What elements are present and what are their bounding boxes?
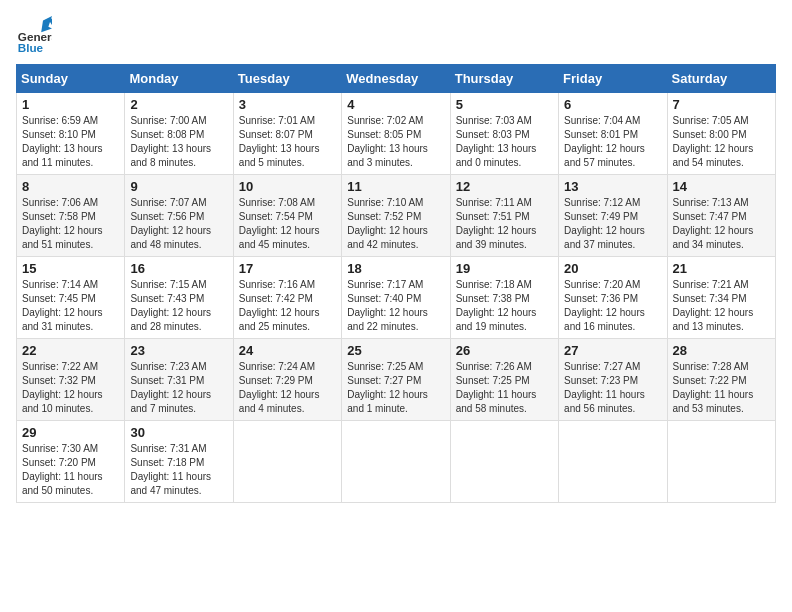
sunset-label: Sunset: bbox=[239, 211, 276, 222]
sunrise-value: 7:27 AM bbox=[604, 361, 641, 372]
empty-cell bbox=[342, 421, 450, 503]
daylight-label: Daylight: bbox=[347, 389, 389, 400]
daylight-label: Daylight: bbox=[456, 225, 498, 236]
day-info: Sunrise: 7:11 AM Sunset: 7:51 PM Dayligh… bbox=[456, 196, 553, 252]
day-info: Sunrise: 7:24 AM Sunset: 7:29 PM Dayligh… bbox=[239, 360, 336, 416]
col-header-friday: Friday bbox=[559, 65, 667, 93]
day-info: Sunrise: 7:28 AM Sunset: 7:22 PM Dayligh… bbox=[673, 360, 770, 416]
day-number: 30 bbox=[130, 425, 227, 440]
sunrise-value: 7:25 AM bbox=[387, 361, 424, 372]
sunset-label: Sunset: bbox=[564, 129, 601, 140]
col-header-sunday: Sunday bbox=[17, 65, 125, 93]
sunset-value: 7:18 PM bbox=[167, 457, 204, 468]
daylight-label: Daylight: bbox=[564, 307, 606, 318]
sunset-label: Sunset: bbox=[456, 293, 493, 304]
calendar-day-cell: 14 Sunrise: 7:13 AM Sunset: 7:47 PM Dayl… bbox=[667, 175, 775, 257]
sunset-value: 7:38 PM bbox=[492, 293, 529, 304]
sunrise-label: Sunrise: bbox=[564, 197, 603, 208]
daylight-label: Daylight: bbox=[22, 307, 64, 318]
calendar-day-cell: 17 Sunrise: 7:16 AM Sunset: 7:42 PM Dayl… bbox=[233, 257, 341, 339]
sunset-label: Sunset: bbox=[347, 211, 384, 222]
sunset-label: Sunset: bbox=[130, 375, 167, 386]
day-number: 29 bbox=[22, 425, 119, 440]
sunrise-label: Sunrise: bbox=[22, 361, 61, 372]
sunrise-label: Sunrise: bbox=[239, 115, 278, 126]
sunrise-label: Sunrise: bbox=[22, 197, 61, 208]
calendar-day-cell: 22 Sunrise: 7:22 AM Sunset: 7:32 PM Dayl… bbox=[17, 339, 125, 421]
sunset-value: 7:47 PM bbox=[709, 211, 746, 222]
day-info: Sunrise: 7:31 AM Sunset: 7:18 PM Dayligh… bbox=[130, 442, 227, 498]
daylight-label: Daylight: bbox=[239, 389, 281, 400]
day-info: Sunrise: 7:25 AM Sunset: 7:27 PM Dayligh… bbox=[347, 360, 444, 416]
sunrise-label: Sunrise: bbox=[456, 279, 495, 290]
daylight-label: Daylight: bbox=[22, 471, 64, 482]
sunrise-label: Sunrise: bbox=[564, 361, 603, 372]
sunrise-value: 7:07 AM bbox=[170, 197, 207, 208]
col-header-tuesday: Tuesday bbox=[233, 65, 341, 93]
sunrise-value: 7:04 AM bbox=[604, 115, 641, 126]
sunrise-value: 7:22 AM bbox=[61, 361, 98, 372]
daylight-label: Daylight: bbox=[239, 143, 281, 154]
sunrise-value: 7:24 AM bbox=[278, 361, 315, 372]
day-number: 12 bbox=[456, 179, 553, 194]
svg-text:Blue: Blue bbox=[18, 41, 44, 52]
sunrise-label: Sunrise: bbox=[456, 197, 495, 208]
sunrise-label: Sunrise: bbox=[130, 279, 169, 290]
daylight-label: Daylight: bbox=[347, 143, 389, 154]
sunset-label: Sunset: bbox=[673, 129, 710, 140]
sunset-value: 7:32 PM bbox=[59, 375, 96, 386]
calendar-day-cell: 3 Sunrise: 7:01 AM Sunset: 8:07 PM Dayli… bbox=[233, 93, 341, 175]
sunset-value: 7:27 PM bbox=[384, 375, 421, 386]
day-number: 15 bbox=[22, 261, 119, 276]
empty-cell bbox=[559, 421, 667, 503]
day-info: Sunrise: 7:12 AM Sunset: 7:49 PM Dayligh… bbox=[564, 196, 661, 252]
sunrise-label: Sunrise: bbox=[673, 197, 712, 208]
daylight-label: Daylight: bbox=[673, 143, 715, 154]
daylight-label: Daylight: bbox=[22, 389, 64, 400]
day-info: Sunrise: 7:00 AM Sunset: 8:08 PM Dayligh… bbox=[130, 114, 227, 170]
day-number: 26 bbox=[456, 343, 553, 358]
calendar-week-row: 8 Sunrise: 7:06 AM Sunset: 7:58 PM Dayli… bbox=[17, 175, 776, 257]
calendar-week-row: 15 Sunrise: 7:14 AM Sunset: 7:45 PM Dayl… bbox=[17, 257, 776, 339]
day-number: 13 bbox=[564, 179, 661, 194]
sunrise-label: Sunrise: bbox=[347, 279, 386, 290]
sunset-value: 7:43 PM bbox=[167, 293, 204, 304]
sunrise-label: Sunrise: bbox=[130, 197, 169, 208]
calendar-day-cell: 9 Sunrise: 7:07 AM Sunset: 7:56 PM Dayli… bbox=[125, 175, 233, 257]
daylight-label: Daylight: bbox=[130, 307, 172, 318]
sunset-label: Sunset: bbox=[673, 211, 710, 222]
sunset-value: 7:56 PM bbox=[167, 211, 204, 222]
daylight-label: Daylight: bbox=[130, 143, 172, 154]
day-info: Sunrise: 7:21 AM Sunset: 7:34 PM Dayligh… bbox=[673, 278, 770, 334]
empty-cell bbox=[667, 421, 775, 503]
daylight-label: Daylight: bbox=[673, 307, 715, 318]
sunrise-label: Sunrise: bbox=[22, 115, 61, 126]
daylight-label: Daylight: bbox=[673, 389, 715, 400]
sunrise-value: 7:30 AM bbox=[61, 443, 98, 454]
sunset-value: 7:51 PM bbox=[492, 211, 529, 222]
calendar-day-cell: 19 Sunrise: 7:18 AM Sunset: 7:38 PM Dayl… bbox=[450, 257, 558, 339]
day-number: 20 bbox=[564, 261, 661, 276]
day-info: Sunrise: 7:22 AM Sunset: 7:32 PM Dayligh… bbox=[22, 360, 119, 416]
calendar-day-cell: 20 Sunrise: 7:20 AM Sunset: 7:36 PM Dayl… bbox=[559, 257, 667, 339]
day-info: Sunrise: 7:02 AM Sunset: 8:05 PM Dayligh… bbox=[347, 114, 444, 170]
sunrise-value: 7:02 AM bbox=[387, 115, 424, 126]
sunset-label: Sunset: bbox=[564, 293, 601, 304]
sunrise-value: 7:23 AM bbox=[170, 361, 207, 372]
sunset-label: Sunset: bbox=[22, 457, 59, 468]
calendar-week-row: 29 Sunrise: 7:30 AM Sunset: 7:20 PM Dayl… bbox=[17, 421, 776, 503]
sunrise-label: Sunrise: bbox=[564, 279, 603, 290]
calendar-day-cell: 18 Sunrise: 7:17 AM Sunset: 7:40 PM Dayl… bbox=[342, 257, 450, 339]
daylight-label: Daylight: bbox=[564, 143, 606, 154]
sunset-value: 7:52 PM bbox=[384, 211, 421, 222]
sunrise-label: Sunrise: bbox=[456, 361, 495, 372]
sunset-label: Sunset: bbox=[239, 375, 276, 386]
sunset-label: Sunset: bbox=[347, 293, 384, 304]
day-number: 2 bbox=[130, 97, 227, 112]
calendar-header-row: SundayMondayTuesdayWednesdayThursdayFrid… bbox=[17, 65, 776, 93]
calendar-day-cell: 6 Sunrise: 7:04 AM Sunset: 8:01 PM Dayli… bbox=[559, 93, 667, 175]
sunrise-label: Sunrise: bbox=[347, 197, 386, 208]
sunset-value: 7:40 PM bbox=[384, 293, 421, 304]
sunset-value: 7:22 PM bbox=[709, 375, 746, 386]
daylight-label: Daylight: bbox=[130, 471, 172, 482]
